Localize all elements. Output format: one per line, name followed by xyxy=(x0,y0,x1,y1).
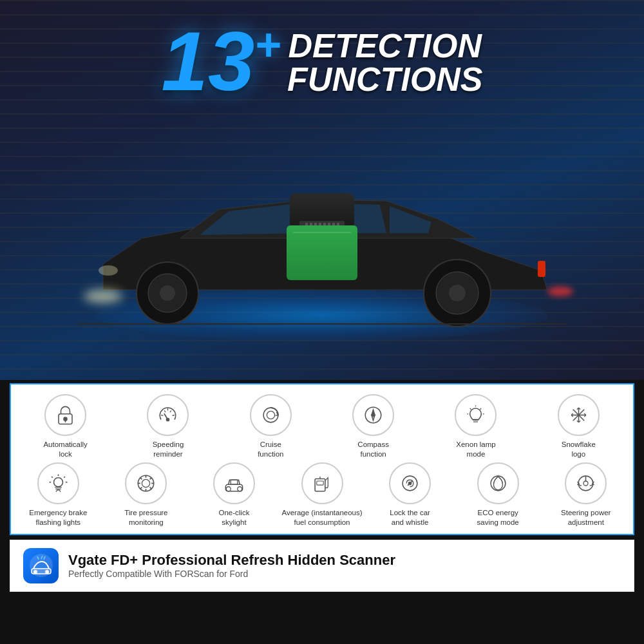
speeding-label: Speedingreminder xyxy=(153,440,184,459)
feature-eco: ECO energysaving mode xyxy=(454,462,542,527)
svg-point-74 xyxy=(583,481,588,486)
lock-whistle-label: Lock the carand whistle xyxy=(390,508,430,527)
svg-line-13 xyxy=(165,411,166,413)
features-section: Automaticallylock Speedingr xyxy=(10,383,634,535)
obd-body xyxy=(287,225,357,280)
app-icon xyxy=(23,548,59,583)
svg-line-16 xyxy=(173,415,175,416)
svg-line-14 xyxy=(161,415,164,416)
svg-point-65 xyxy=(238,487,242,491)
app-icon-svg xyxy=(28,553,54,578)
feature-speeding: Speedingreminder xyxy=(123,394,213,459)
svg-point-18 xyxy=(167,418,169,421)
branding-subtitle: Perfectly Compatible With FORScan for Fo… xyxy=(68,569,395,579)
compass-label: Compassfunction xyxy=(357,440,389,459)
xenon-icon-circle xyxy=(455,394,497,436)
snowflake-icon-circle xyxy=(558,394,600,436)
speeding-icon-circle xyxy=(147,394,189,436)
branding-text: Vgate FD+ Professional Refresh Hidden Sc… xyxy=(68,552,395,579)
eco-label: ECO energysaving mode xyxy=(477,508,519,527)
svg-point-78 xyxy=(33,570,37,574)
snowflake-label: Snowflakelogo xyxy=(562,440,596,459)
auto-lock-icon-circle xyxy=(44,394,86,436)
steering-label: Steering poweradjustment xyxy=(561,508,611,527)
svg-line-61 xyxy=(140,488,142,489)
feature-xenon: Xenon lampmode xyxy=(431,394,521,459)
svg-line-28 xyxy=(480,408,482,410)
feature-auto-lock: Automaticallylock xyxy=(21,394,111,459)
title-detection: DETECTION xyxy=(287,29,482,62)
svg-point-44 xyxy=(53,478,62,487)
main-container: 13+DETECTIONFUNCTIONS xyxy=(0,0,644,644)
svg-point-64 xyxy=(226,487,231,491)
speedometer-icon xyxy=(156,404,179,426)
lock-whistle-icon xyxy=(399,472,421,495)
feature-compass: Compassfunction xyxy=(328,394,419,459)
skylight-label: One-clickskylight xyxy=(218,508,249,527)
compass-icon xyxy=(362,404,384,426)
svg-line-46 xyxy=(52,477,53,478)
fuel-icon xyxy=(311,472,334,495)
fuel-label: Average (instantaneous)fuel consumption xyxy=(281,508,362,527)
feature-tire-pressure: Tire pressuremonitoring xyxy=(102,462,191,527)
car-top-icon xyxy=(223,472,245,495)
title-functions: FUNCTIONS xyxy=(287,62,482,96)
svg-rect-62 xyxy=(225,484,242,491)
feature-lock-whistle: Lock the carand whistle xyxy=(366,462,454,527)
title-plus: + xyxy=(254,20,281,70)
svg-point-2 xyxy=(160,285,175,301)
svg-line-60 xyxy=(150,478,152,480)
features-row-1: Automaticallylock Speedingr xyxy=(14,394,630,459)
features-row-2: Emergency brakeflashing lights xyxy=(14,462,630,527)
branding-section: Vgate FD+ Professional Refresh Hidden Sc… xyxy=(10,540,634,592)
svg-line-47 xyxy=(64,477,65,478)
taillight xyxy=(547,287,573,296)
svg-rect-67 xyxy=(316,481,323,485)
tire-icon-circle xyxy=(125,462,167,504)
svg-point-53 xyxy=(142,479,150,487)
emergency-brake-label: Emergency brakeflashing lights xyxy=(29,508,87,527)
headlight xyxy=(84,290,122,303)
cruise-label: Cruisefunction xyxy=(258,440,283,459)
branding-title: Vgate FD+ Professional Refresh Hidden Sc… xyxy=(68,552,395,569)
obd-device xyxy=(287,193,357,277)
svg-rect-9 xyxy=(538,261,545,277)
svg-point-79 xyxy=(45,570,49,574)
svg-line-59 xyxy=(150,488,152,489)
steering-icon-circle xyxy=(565,462,607,504)
svg-line-58 xyxy=(140,478,142,480)
steering-icon xyxy=(574,472,597,495)
svg-line-15 xyxy=(170,411,171,413)
svg-point-20 xyxy=(267,411,274,419)
tire-icon xyxy=(135,472,157,495)
emergency-brake-icon-circle xyxy=(37,462,79,504)
obd-top xyxy=(290,193,354,225)
lock-whistle-icon-circle xyxy=(389,462,431,504)
title-text: DETECTIONFUNCTIONS xyxy=(287,29,482,96)
hero-section: 13+DETECTIONFUNCTIONS xyxy=(0,0,644,380)
svg-rect-63 xyxy=(231,480,238,484)
auto-lock-label: Automaticallylock xyxy=(43,440,87,459)
svg-point-7 xyxy=(99,265,118,276)
bulb-flash-icon xyxy=(47,472,70,495)
cruise-icon-circle xyxy=(250,394,292,436)
lock-icon xyxy=(54,404,77,426)
tire-pressure-label: Tire pressuremonitoring xyxy=(124,508,167,527)
svg-point-11 xyxy=(64,417,67,421)
svg-point-72 xyxy=(491,476,506,491)
xenon-label: Xenon lampmode xyxy=(456,440,495,459)
svg-line-30 xyxy=(470,408,471,410)
feature-snowflake: Snowflakelogo xyxy=(533,394,623,459)
bulb-icon xyxy=(464,404,487,426)
svg-point-71 xyxy=(408,482,411,484)
eco-icon-circle xyxy=(477,462,519,504)
cruise-icon xyxy=(260,404,282,426)
feature-steering: Steering poweradjustment xyxy=(542,462,630,527)
feature-skylight: One-clickskylight xyxy=(190,462,278,527)
feature-cruise: Cruisefunction xyxy=(225,394,316,459)
feature-emergency-brake: Emergency brakeflashing lights xyxy=(14,462,102,527)
compass-icon-circle xyxy=(352,394,394,436)
title-number: 13 xyxy=(162,19,255,103)
eco-icon xyxy=(487,472,509,495)
snowflake-icon xyxy=(567,404,590,426)
